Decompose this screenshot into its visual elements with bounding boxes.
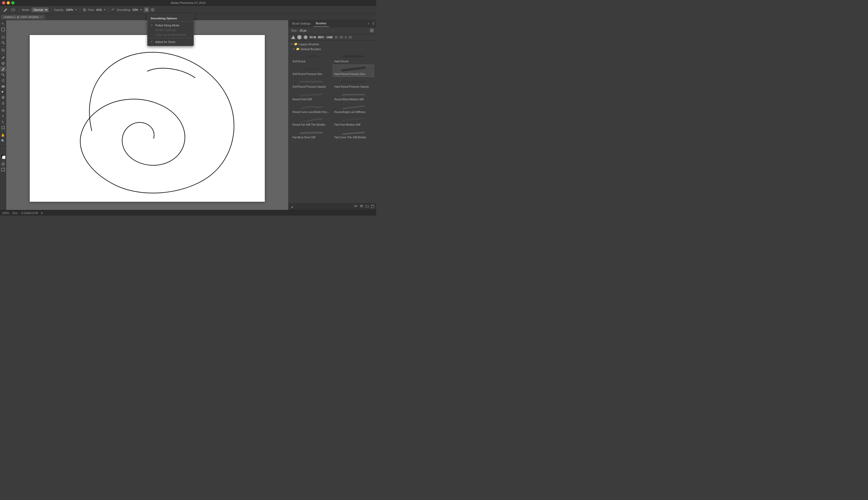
svg-point-9 xyxy=(152,9,153,10)
target-icon[interactable] xyxy=(151,8,155,12)
dropdown-item-label: Catch-up on Stroke End xyxy=(155,33,186,36)
delete-icon[interactable] xyxy=(371,204,374,209)
brush-item-hard-round-pressure-opacity[interactable]: Hard Round Pressure Opacity xyxy=(333,77,374,89)
minimize-button[interactable] xyxy=(7,1,10,4)
blur-tool[interactable] xyxy=(1,95,6,100)
gradient-tool[interactable] xyxy=(1,89,6,94)
group-legacy-brushes[interactable]: ▼ 📁 Legacy Brushes xyxy=(289,42,376,47)
brush-item-flat-curve-thin-stiff-bristles[interactable]: Flat Curve Thin Stiff Bristles xyxy=(333,128,374,140)
brush-item-soft-round-pressure-opacity[interactable]: Soft Round Pressure Opacity xyxy=(291,77,332,89)
brush-shape-stroke3[interactable] xyxy=(326,36,332,38)
brush-item-round-fan-stiff-thin-bristles[interactable]: Round Fan Stiff Thin Bristles xyxy=(291,115,332,127)
pen-tool[interactable] xyxy=(1,108,6,113)
subgroup-default-brushes[interactable]: ▼ 📁 Default Brushes xyxy=(289,47,376,52)
move-tool[interactable]: ↖ xyxy=(1,21,6,26)
screen-mode-button[interactable] xyxy=(1,167,6,172)
tab-brush-settings[interactable]: Brush Settings xyxy=(290,20,313,27)
more-tools[interactable]: ··· xyxy=(1,146,6,151)
dropdown-item-pulled-string[interactable]: ✓ Pulled String Mode xyxy=(148,23,193,28)
brush-item-flat-blunt-short-stiff[interactable]: Flat Blunt Short Stiff xyxy=(291,128,332,140)
crop-tool[interactable] xyxy=(1,48,6,53)
brush-name: Soft Round xyxy=(292,60,305,63)
dropdown-item-label: Adjust for Zoom xyxy=(155,40,175,43)
brush-item-round-curve-low-bristle[interactable]: Round Curve Low Bristle Perc... xyxy=(291,103,332,115)
flow-dropdown-icon[interactable] xyxy=(103,9,106,11)
artboard-tool[interactable] xyxy=(1,27,6,32)
brush-shape-triangle[interactable] xyxy=(291,35,295,39)
zoom-tool[interactable]: 🔍 xyxy=(1,138,6,144)
text-tool[interactable]: T xyxy=(1,114,6,119)
brush-name: Round Point Stiff xyxy=(292,98,312,101)
brush-list[interactable]: ▼ 📁 Legacy Brushes ▼ 📁 Default Brushes S… xyxy=(289,41,376,203)
panel-expand-icon[interactable]: » xyxy=(367,22,371,25)
brush-item-round-blunt-medium-stiff[interactable]: Round Blunt Medium Stiff xyxy=(333,90,374,102)
brush-size-row: Size: 10 px xyxy=(289,27,376,34)
maximize-button[interactable] xyxy=(11,1,14,4)
brush-item-flat-point-medium-stiff[interactable]: Flat Point Medium Stiff xyxy=(333,115,374,127)
document-tab[interactable]: Untitled-1 @ 100% (RGB/8) ✕ xyxy=(1,15,45,19)
quick-mask-button[interactable] xyxy=(1,161,6,167)
hand-tool[interactable]: ✋ xyxy=(1,133,6,138)
mode-select[interactable]: Normal xyxy=(32,8,49,12)
brush-shape-stroke1[interactable] xyxy=(310,36,316,38)
doc-label: Doc: xyxy=(12,212,18,215)
svg-point-28 xyxy=(300,55,322,58)
dropdown-item-adjust-zoom[interactable]: ✓ Adjust for Zoom xyxy=(148,39,193,44)
smoothing-dropdown-icon[interactable] xyxy=(140,9,142,11)
close-button[interactable] xyxy=(2,1,5,4)
tab-brushes[interactable]: Brushes xyxy=(313,20,329,27)
brush-shape-circle-hard[interactable] xyxy=(297,35,302,39)
smoothing-icon xyxy=(112,8,115,12)
tab-close-button[interactable]: ✕ xyxy=(40,15,42,18)
eraser-tool[interactable] xyxy=(1,83,6,89)
size-indicator xyxy=(370,29,374,32)
brush-name: Flat Point Medium Stiff xyxy=(335,123,360,126)
tool-icon[interactable] xyxy=(2,7,9,13)
dodge-tool[interactable] xyxy=(1,101,6,106)
brush-triangle-icon[interactable]: ▲ xyxy=(291,205,294,209)
brush-num-3: 8 xyxy=(345,36,347,39)
drawing-canvas[interactable] xyxy=(30,35,265,202)
brush-grid: Soft Round Hard Round Soft Round Pressur… xyxy=(289,52,376,141)
svg-point-30 xyxy=(355,206,356,207)
smoothing-value: 53% xyxy=(132,8,138,11)
brush-shape-stroke2[interactable] xyxy=(318,36,324,38)
brush-item-round-point-stiff[interactable]: Round Point Stiff xyxy=(291,90,332,102)
panel-menu-icon[interactable]: ☰ xyxy=(372,22,375,25)
brush-name: Hard Round xyxy=(335,60,349,63)
brush-name: Round Blunt Medium Stiff xyxy=(335,98,364,101)
folder-icon[interactable] xyxy=(365,204,369,209)
svg-point-22 xyxy=(2,96,4,99)
quick-select-tool[interactable] xyxy=(1,40,6,45)
smoothing-gear-button[interactable]: ⚙ xyxy=(144,7,149,12)
visibility-icon[interactable] xyxy=(354,204,357,209)
brush-shape-circle-soft[interactable] xyxy=(304,35,308,39)
svg-point-0 xyxy=(3,11,4,12)
brush-item-soft-round-pressure-size[interactable]: Soft Round Pressure Size xyxy=(291,65,332,77)
lasso-tool[interactable] xyxy=(1,34,6,39)
path-selection-tool[interactable] xyxy=(1,120,6,125)
clone-stamp-tool[interactable] xyxy=(1,72,6,77)
foreground-color[interactable] xyxy=(1,154,5,159)
main-layout: ↖ xyxy=(0,20,376,210)
svg-rect-20 xyxy=(2,86,4,87)
flow-label: Flow: xyxy=(88,8,95,11)
history-brush-tool[interactable] xyxy=(1,78,6,83)
brush-item-round-angle-low-stiffness[interactable]: Round Angle Low Stiffness xyxy=(333,103,374,115)
brush-name: Hard Round Pressure Opacity xyxy=(335,85,369,88)
tool-divider xyxy=(1,131,5,132)
layers-icon[interactable] xyxy=(360,204,363,209)
tool-divider xyxy=(1,145,5,145)
brush-name: Hard Round Pressure Size xyxy=(335,73,365,76)
brush-item-soft-round[interactable]: Soft Round xyxy=(291,52,332,64)
brush-tool[interactable] xyxy=(1,66,6,72)
flow-value: 41% xyxy=(96,8,102,11)
brush-item-hard-round-pressure-size[interactable]: Hard Round Pressure Size xyxy=(333,65,374,77)
brush-options-icon[interactable] xyxy=(10,7,16,12)
healing-tool[interactable] xyxy=(1,61,6,66)
brush-item-hard-round[interactable]: Hard Round xyxy=(333,52,374,64)
opacity-dropdown-icon[interactable] xyxy=(75,9,77,11)
eyedropper-tool[interactable] xyxy=(1,55,6,60)
canvas-area[interactable] xyxy=(6,20,288,210)
shape-tool[interactable] xyxy=(1,125,6,130)
